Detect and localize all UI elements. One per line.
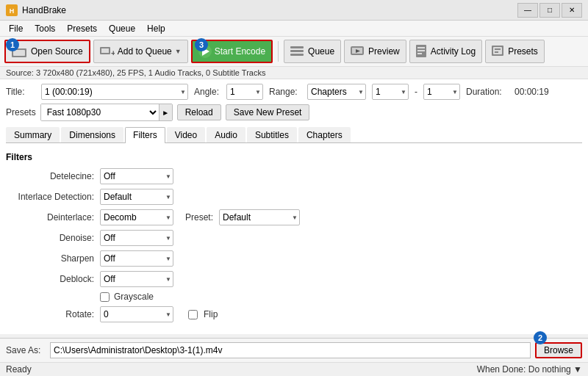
- save-new-preset-button[interactable]: Save New Preset: [226, 104, 310, 120]
- separator-1: [278, 41, 279, 62]
- range-separator: -: [415, 87, 417, 97]
- save-as-input[interactable]: [50, 342, 531, 358]
- source-value: 3 720x480 (721x480), 25 FPS, 1 Audio Tra…: [36, 68, 265, 77]
- denoise-label: Denoise:: [6, 233, 94, 243]
- menu-presets[interactable]: Presets: [61, 22, 103, 35]
- flip-checkbox[interactable]: [188, 310, 198, 319]
- filters-section: Filters Detelecine: Off Interlace Detect…: [6, 149, 582, 330]
- menu-tools[interactable]: Tools: [29, 22, 61, 35]
- status-bar: Ready When Done: Do nothing ▼: [0, 362, 588, 376]
- menu-file[interactable]: File: [3, 22, 29, 35]
- tab-subtitles[interactable]: Subtitles: [247, 127, 297, 142]
- source-label: Source:: [6, 68, 34, 77]
- denoise-select[interactable]: Off: [100, 230, 173, 246]
- svg-rect-8: [290, 46, 304, 48]
- tab-summary[interactable]: Summary: [6, 127, 60, 142]
- deinterlace-row: Deinterlace: Decomb Preset: Default: [6, 209, 582, 225]
- svg-rect-17: [417, 53, 422, 54]
- svg-text:H: H: [10, 7, 15, 15]
- when-done-arrow: ▼: [573, 364, 582, 375]
- tab-audio[interactable]: Audio: [207, 127, 245, 142]
- save-as-label: Save As:: [6, 345, 46, 355]
- tab-dimensions[interactable]: Dimensions: [61, 127, 123, 142]
- tab-video[interactable]: Video: [167, 127, 205, 142]
- tabs: Summary Dimensions Filters Video Audio S…: [6, 127, 582, 143]
- deblock-row: Deblock: Off: [6, 271, 582, 287]
- preset-arrow-button[interactable]: ►: [159, 104, 172, 120]
- menu-queue[interactable]: Queue: [103, 22, 141, 35]
- activity-log-icon: [416, 45, 428, 58]
- grayscale-checkbox[interactable]: [100, 292, 110, 302]
- deblock-select[interactable]: Off: [100, 271, 173, 287]
- rotate-label: Rotate:: [6, 309, 94, 319]
- svg-rect-15: [417, 47, 425, 48]
- deinterlace-select[interactable]: Decomb: [100, 209, 173, 225]
- queue-button[interactable]: Queue: [284, 40, 341, 63]
- status-text: Ready: [6, 364, 32, 375]
- presets-row: Presets Fast 1080p30 ► Reload Save New P…: [6, 104, 582, 121]
- denoise-row: Denoise: Off: [6, 230, 582, 246]
- minimize-button[interactable]: —: [517, 3, 538, 18]
- deinterlace-preset-label: Preset:: [185, 212, 213, 223]
- badge-1: 1: [6, 38, 19, 51]
- range-label: Range:: [269, 87, 301, 97]
- detelecine-label: Detelecine:: [6, 171, 94, 181]
- svg-rect-10: [290, 54, 304, 56]
- svg-rect-21: [495, 51, 498, 53]
- preview-button[interactable]: Preview: [344, 40, 406, 63]
- activity-log-button[interactable]: Activity Log: [409, 40, 482, 63]
- angle-label: Angle:: [194, 87, 220, 97]
- add-to-queue-icon: +: [100, 46, 115, 57]
- range-to-select[interactable]: 1: [423, 84, 460, 100]
- filters-title: Filters: [6, 152, 582, 162]
- app-title: HandBrake: [22, 5, 66, 15]
- maximize-button[interactable]: □: [539, 3, 560, 18]
- badge-3: 3: [195, 38, 208, 51]
- interlace-detection-row: Interlace Detection: Default: [6, 189, 582, 205]
- svg-rect-9: [290, 50, 304, 52]
- when-done-label: When Done:: [477, 364, 526, 375]
- app-icon: H: [6, 4, 18, 16]
- menu-help[interactable]: Help: [141, 22, 171, 35]
- svg-rect-20: [495, 48, 501, 50]
- presets-label: Presets: [6, 107, 36, 118]
- svg-rect-16: [417, 50, 425, 51]
- tab-filters[interactable]: Filters: [125, 127, 165, 143]
- range-type-select[interactable]: Chapters: [307, 84, 366, 100]
- deinterlace-preset-select[interactable]: Default: [219, 209, 300, 225]
- deblock-label: Deblock:: [6, 274, 94, 284]
- presets-button[interactable]: Presets: [485, 40, 545, 63]
- menu-bar: File Tools Presets Queue Help: [0, 21, 588, 37]
- detelecine-select[interactable]: Off: [100, 168, 173, 184]
- sharpen-row: Sharpen Off: [6, 250, 582, 267]
- sharpen-label: Sharpen: [6, 253, 94, 264]
- interlace-detection-select[interactable]: Default: [100, 189, 173, 205]
- when-done[interactable]: When Done: Do nothing ▼: [477, 364, 582, 375]
- queue-dropdown-arrow[interactable]: ▼: [175, 48, 182, 55]
- grayscale-row: Grayscale: [100, 292, 582, 302]
- title-bar: H HandBrake — □ ✕: [0, 0, 588, 21]
- tab-chapters[interactable]: Chapters: [298, 127, 351, 142]
- detelecine-row: Detelecine: Off: [6, 168, 582, 184]
- angle-select[interactable]: 1: [226, 84, 263, 100]
- browse-button[interactable]: Browse: [535, 342, 582, 358]
- duration-value: 00:00:19: [514, 87, 549, 97]
- queue-icon: [290, 46, 305, 57]
- rotate-row: Rotate: 0 90 180 270 Flip: [6, 306, 582, 322]
- range-from-select[interactable]: 1: [372, 84, 409, 100]
- title-label: Title:: [6, 87, 35, 97]
- svg-rect-6: [101, 48, 109, 53]
- svg-rect-19: [493, 47, 502, 54]
- source-bar: Source: 3 720x480 (721x480), 25 FPS, 1 A…: [0, 67, 588, 79]
- rotate-select[interactable]: 0 90 180 270: [100, 306, 173, 322]
- title-select[interactable]: 1 (00:00:19): [41, 84, 188, 100]
- save-as-row: 2 Save As: Browse: [0, 339, 588, 362]
- close-button[interactable]: ✕: [562, 3, 582, 18]
- when-done-value: Do nothing: [528, 364, 571, 375]
- title-row: Title: 1 (00:00:19) Angle: 1 Range: Chap…: [6, 84, 582, 100]
- preset-select[interactable]: Fast 1080p30: [41, 104, 159, 120]
- reload-button[interactable]: Reload: [177, 104, 221, 120]
- add-to-queue-button[interactable]: + Add to Queue ▼: [93, 40, 188, 63]
- badge-2: 2: [534, 331, 547, 344]
- sharpen-select[interactable]: Off: [100, 250, 173, 267]
